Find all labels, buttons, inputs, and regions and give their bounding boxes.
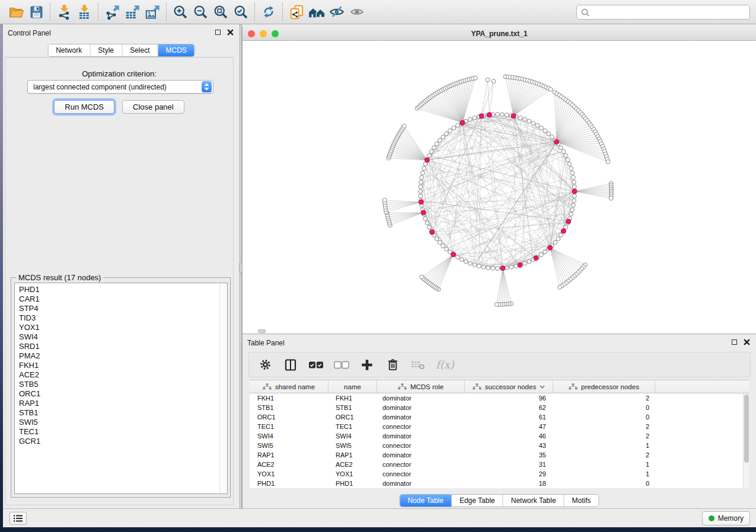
mcds-result-item[interactable]: TID3: [19, 313, 227, 323]
zoom-in-icon[interactable]: [170, 2, 190, 22]
import-table-icon[interactable]: [74, 2, 94, 22]
export-network-icon[interactable]: [102, 2, 122, 22]
table-row[interactable]: TEC1TEC1connector472: [250, 422, 743, 431]
mcds-result-item[interactable]: YOX1: [19, 323, 227, 332]
mcds-result-item[interactable]: STB5: [19, 380, 227, 389]
mcds-result-item[interactable]: CAR1: [19, 294, 227, 304]
search-input[interactable]: [590, 7, 749, 18]
gear-icon[interactable]: [257, 357, 273, 373]
control-panel-tabs: NetworkStyleSelectMCDS: [47, 44, 195, 57]
list-scrollbar-track[interactable]: [219, 283, 227, 493]
tab-select[interactable]: Select: [122, 44, 157, 56]
mcds-result-item[interactable]: STB1: [19, 408, 227, 418]
mcds-result-item[interactable]: SWI4: [19, 332, 227, 342]
mcds-tab-content: Optimization criterion: largest connecte…: [5, 57, 234, 505]
mcds-result-item[interactable]: ACE2: [19, 370, 227, 380]
cell: 61: [465, 414, 553, 421]
table-scrollbar-track[interactable]: [743, 393, 749, 488]
table-row[interactable]: STB1STB1dominator620: [250, 403, 743, 412]
network-window-title: YPA_prune.txt_1: [243, 30, 756, 38]
optimization-criterion-label: Optimization criterion:: [5, 69, 233, 78]
close-panel-icon[interactable]: [742, 338, 751, 347]
cell: 18: [465, 480, 553, 487]
float-panel-icon[interactable]: [213, 28, 222, 37]
table-row[interactable]: PHD1PHD1dominator180: [250, 479, 743, 488]
deselect-all-icon[interactable]: [334, 357, 349, 373]
show-eye-icon[interactable]: [347, 2, 367, 22]
column-header-shared-name[interactable]: shared name: [250, 380, 328, 393]
memory-button[interactable]: Memory: [702, 511, 750, 525]
cell: dominator: [377, 404, 465, 411]
mcds-result-item[interactable]: RAP1: [19, 399, 227, 408]
tab-mcds[interactable]: MCDS: [158, 44, 194, 56]
table-row[interactable]: FKH1FKH1dominator962: [250, 393, 743, 403]
select-all-icon[interactable]: [308, 357, 324, 373]
cell: 2: [553, 451, 655, 459]
mcds-result-item[interactable]: STP4: [19, 304, 227, 313]
column-header-name[interactable]: name: [328, 380, 377, 393]
cell: 2: [553, 423, 655, 430]
mcds-result-item[interactable]: SRD1: [19, 342, 227, 351]
open-folder-icon[interactable]: [6, 2, 26, 22]
table-row[interactable]: RAP1RAP1dominator352: [250, 450, 743, 460]
network-graph[interactable]: [243, 41, 755, 334]
add-column-icon[interactable]: [359, 357, 375, 373]
cell: FKH1: [328, 395, 377, 402]
cell: ORC1: [250, 414, 328, 421]
search-box[interactable]: [576, 5, 750, 20]
mcds-result-item[interactable]: GCR1: [19, 437, 227, 446]
tab-edge-table[interactable]: Edge Table: [451, 495, 503, 507]
float-panel-icon[interactable]: [730, 338, 739, 347]
refresh-icon[interactable]: [259, 2, 279, 22]
import-network-icon[interactable]: [54, 2, 74, 22]
export-image-icon[interactable]: [142, 2, 162, 22]
table-row[interactable]: ACE2ACE2connector311: [250, 460, 743, 469]
tab-motifs[interactable]: Motifs: [564, 495, 599, 507]
mcds-result-list[interactable]: PHD1CAR1STP4TID3YOX1SWI4SRD1PMA2FKH1ACE2…: [14, 283, 228, 494]
mcds-result-item[interactable]: ORC1: [19, 389, 227, 399]
cell: 43: [465, 442, 553, 449]
neighbors-houses-icon[interactable]: [307, 2, 327, 22]
mcds-result-item[interactable]: PHD1: [19, 285, 227, 294]
cell: 47: [465, 423, 553, 430]
column-header-mcds-role[interactable]: MCDS role: [377, 380, 465, 393]
duplicate-network-icon[interactable]: [286, 2, 307, 22]
zoom-out-icon[interactable]: [190, 2, 210, 22]
node-table-body[interactable]: FKH1FKH1dominator962STB1STB1dominator620…: [250, 393, 743, 488]
zoom-fit-icon[interactable]: [210, 2, 231, 22]
hierarchy-icon: [569, 383, 578, 390]
tab-node-table[interactable]: Node Table: [400, 495, 451, 507]
column-header-predecessor-nodes[interactable]: predecessor nodes: [553, 380, 655, 393]
mcds-result-item[interactable]: TEC1: [19, 427, 227, 437]
table-row[interactable]: SWI5SWI5connector431: [250, 441, 743, 450]
hide-eye-slash-icon[interactable]: [327, 2, 347, 22]
close-panel-icon[interactable]: [226, 28, 235, 37]
tab-network[interactable]: Network: [48, 44, 90, 56]
table-row[interactable]: SWI4SWI4dominator462: [250, 431, 743, 441]
run-mcds-button[interactable]: Run MCDS: [54, 100, 114, 114]
tab-network-table[interactable]: Network Table: [503, 495, 564, 507]
table-row[interactable]: ORC1ORC1dominator610: [250, 412, 743, 422]
mcds-result-item[interactable]: PMA2: [19, 351, 227, 361]
save-icon[interactable]: [26, 2, 46, 22]
criterion-dropdown[interactable]: largest connected component (undirected): [27, 80, 213, 94]
cell: FKH1: [250, 395, 328, 402]
table-row[interactable]: YOX1YOX1connector291: [250, 469, 743, 479]
export-table-icon[interactable]: [122, 2, 142, 22]
close-panel-button[interactable]: Close panel: [122, 100, 184, 114]
tab-style[interactable]: Style: [90, 44, 122, 56]
network-canvas[interactable]: [243, 41, 756, 334]
zoom-selected-icon[interactable]: [231, 2, 251, 22]
show-columns-icon[interactable]: [283, 357, 298, 373]
table-scrollbar-thumb[interactable]: [744, 395, 749, 463]
cell: ORC1: [328, 414, 377, 421]
memory-status-icon: [709, 515, 714, 521]
network-window-titlebar[interactable]: YPA_prune.txt_1: [243, 27, 756, 41]
column-header-successor-nodes[interactable]: successor nodes: [465, 380, 553, 393]
task-history-icon[interactable]: [9, 512, 27, 525]
horizontal-splitter-handle[interactable]: [258, 329, 266, 333]
trash-icon[interactable]: [385, 357, 400, 373]
application-window: Control Panel NetworkStyleSelectMCDS Opt…: [3, 24, 756, 527]
mcds-result-item[interactable]: SWI5: [19, 418, 227, 427]
mcds-result-item[interactable]: FKH1: [19, 361, 227, 370]
